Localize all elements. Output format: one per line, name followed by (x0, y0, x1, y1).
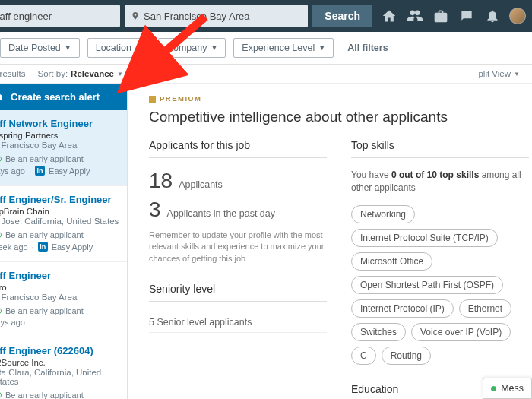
job-company: gro (0, 283, 121, 292)
job-card[interactable]: aff Engineer/Sr. Engineer epBrain Chain … (0, 186, 127, 262)
job-company: epBrain Chain (0, 207, 121, 216)
job-title[interactable]: aff Engineer/Sr. Engineer (0, 194, 121, 205)
skill-pill[interactable]: Open Shortest Path First (OSPF) (351, 276, 503, 294)
results-subbar: 7 results Sort by: Relevance ▼ plit View… (0, 65, 532, 84)
bell-icon (0, 92, 5, 103)
premium-badge: PREMIUM (149, 94, 529, 103)
early-applicant-label: Be an early applicant (5, 306, 84, 315)
premium-heading: Competitive intelligence about other app… (149, 109, 529, 125)
job-posted-time: lays ago (0, 318, 25, 327)
home-icon[interactable] (382, 8, 397, 24)
top-skills-summary: You have 0 out of 10 top skills among al… (351, 169, 529, 195)
job-company: bspring Partners (0, 131, 121, 140)
filter-date-posted[interactable]: Date Posted▼ (0, 38, 80, 58)
top-skills-heading: Top skills (351, 139, 529, 158)
job-location: nta Clara, California, United States (0, 368, 121, 386)
applicants-total-number: 18 (149, 169, 173, 193)
early-applicant-icon (0, 307, 2, 315)
location-pin-icon (131, 11, 140, 21)
messaging-icon[interactable] (459, 8, 474, 24)
job-location: n Francisco Bay Area (0, 141, 121, 150)
job-location: n Jose, California, United States (0, 217, 121, 226)
skill-pill[interactable]: Routing (382, 347, 431, 365)
nav-icons (377, 8, 505, 24)
skill-pill[interactable]: Internet Protocol Suite (TCP/IP) (351, 229, 498, 247)
linkedin-icon: in (35, 166, 45, 176)
all-filters-button[interactable]: All filters (341, 43, 388, 53)
seniority-heading: Seniority level (149, 283, 327, 302)
skill-pill[interactable]: Ethernet (459, 299, 511, 318)
job-card[interactable]: aff Network Engineer bspring Partners n … (0, 110, 127, 186)
seniority-row: 5 Senior level applicants (149, 312, 327, 333)
network-icon[interactable] (407, 8, 423, 24)
job-location: n Francisco Bay Area (0, 293, 121, 302)
job-card[interactable]: aff Engineer gro n Francisco Bay AreaBe … (0, 262, 127, 337)
applicants-day-number: 3 (149, 198, 161, 222)
filter-bar: Date Posted▼ Location▼ Company▼ Experien… (0, 32, 532, 65)
job-posted-time: veek ago (0, 242, 28, 252)
job-posted-time: lays ago (0, 166, 25, 176)
easy-apply-label: Easy Apply (49, 166, 90, 176)
job-title[interactable]: aff Engineer (622604) (0, 345, 121, 356)
skill-pill[interactable]: Microsoft Office (351, 252, 432, 271)
search-query-input[interactable]: taff engineer (0, 5, 120, 27)
search-location-input[interactable]: San Francisco Bay Area (125, 5, 308, 27)
messaging-widget[interactable]: Mess (483, 378, 532, 399)
create-search-alert-button[interactable]: Create search alert (0, 84, 127, 110)
skill-pill[interactable]: C (351, 347, 376, 365)
online-status-dot-icon (491, 386, 496, 391)
job-title[interactable]: aff Engineer (0, 270, 121, 281)
linkedin-icon: in (38, 242, 48, 252)
profile-avatar[interactable] (509, 8, 526, 24)
job-detail-panel: PREMIUM Competitive intelligence about o… (128, 84, 532, 399)
filter-location[interactable]: Location▼ (87, 38, 150, 58)
job-card[interactable]: aff Engineer (622604) t2Source Inc. nta … (0, 337, 127, 399)
early-applicant-icon (0, 391, 2, 399)
applicants-heading: Applicants for this job (149, 139, 327, 158)
early-applicant-icon (0, 155, 2, 163)
skill-pill[interactable]: Internet Protocol (IP) (351, 299, 454, 318)
filter-company[interactable]: Company▼ (158, 38, 226, 58)
easy-apply-label: Easy Apply (52, 242, 93, 252)
filter-experience-level[interactable]: Experience Level▼ (233, 38, 334, 58)
job-company: t2Source Inc. (0, 358, 121, 367)
split-view-toggle[interactable]: plit View▼ (478, 69, 520, 78)
jobs-icon[interactable] (433, 8, 448, 24)
job-title[interactable]: aff Network Engineer (0, 118, 121, 129)
job-list-sidebar: Create search alert aff Network Engineer… (0, 84, 128, 399)
skill-pill[interactable]: Switches (351, 323, 406, 341)
early-applicant-label: Be an early applicant (5, 230, 84, 239)
top-navbar: taff engineer San Francisco Bay Area Sea… (0, 0, 532, 32)
skill-pill[interactable]: Voice over IP (VoIP) (411, 323, 511, 341)
sort-by-dropdown[interactable]: Sort by: Relevance ▼ (37, 69, 122, 78)
early-applicant-label: Be an early applicant (5, 391, 84, 399)
early-applicant-icon (0, 231, 2, 239)
notifications-icon[interactable] (485, 8, 500, 24)
search-button[interactable]: Search (312, 5, 372, 27)
skills-pill-group: NetworkingInternet Protocol Suite (TCP/I… (351, 205, 529, 365)
early-applicant-label: Be an early applicant (5, 154, 84, 163)
profile-hint: Remember to update your profile with the… (149, 230, 327, 264)
skill-pill[interactable]: Networking (351, 205, 415, 223)
results-count: 7 results (0, 69, 25, 78)
